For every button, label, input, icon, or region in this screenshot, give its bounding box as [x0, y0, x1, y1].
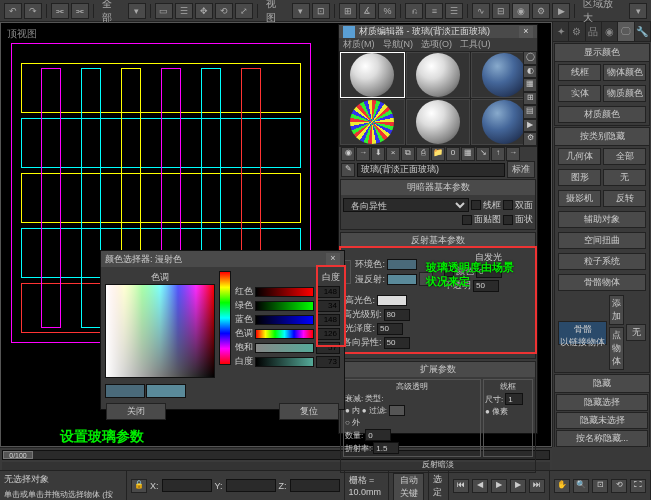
hide-byname[interactable]: 按名称隐藏...	[556, 430, 648, 447]
hierarchy-tab-icon[interactable]: 品	[586, 22, 602, 41]
bone-link-box[interactable]: 骨骼 以链接物体	[558, 321, 607, 345]
pivot-icon[interactable]: ⊡	[312, 3, 330, 19]
hide-particle[interactable]: 粒子系统	[558, 253, 646, 270]
menu-navigate[interactable]: 导航(N)	[383, 38, 414, 51]
zoom-ext-icon[interactable]: ⊡	[592, 479, 608, 493]
shader-dropdown[interactable]: 各向异性	[343, 198, 469, 212]
hide-warp[interactable]: 空间扭曲	[558, 232, 646, 249]
hide-geom[interactable]: 几何体	[558, 148, 601, 165]
hide-all[interactable]: 全部	[603, 148, 646, 165]
facemap-checkbox[interactable]	[462, 215, 472, 225]
sample-type-icon[interactable]: ◯	[523, 51, 537, 65]
rollout-header[interactable]: 显示颜色	[555, 44, 649, 62]
dropdown-icon[interactable]: ▾	[128, 3, 146, 19]
nav-sibling-icon[interactable]: →	[506, 147, 520, 161]
material-editor-titlebar[interactable]: 材质编辑器 - 玻璃(背淡正面玻璃) ×	[339, 25, 537, 38]
background-icon[interactable]: ▦	[523, 78, 537, 92]
z-field[interactable]	[290, 479, 340, 492]
lock-icon[interactable]: 🔒	[131, 479, 147, 493]
hide-bone[interactable]: 骨骼物体	[558, 274, 646, 291]
put-library-icon[interactable]: 📁	[431, 147, 445, 161]
goto-end-icon[interactable]: ⏭	[529, 479, 545, 493]
close-icon[interactable]: ×	[519, 26, 533, 38]
add-button[interactable]: 添加	[609, 295, 624, 325]
preview-icon[interactable]: ▶	[523, 119, 537, 133]
percent-snap-icon[interactable]: %	[378, 3, 396, 19]
undo-icon[interactable]: ↶	[4, 3, 22, 19]
unlink-icon[interactable]: ⫘	[71, 3, 89, 19]
objcolor-button[interactable]: 物体颜色	[603, 64, 646, 81]
material-editor-icon[interactable]: ◉	[512, 3, 530, 19]
rollout-header[interactable]: 隐藏	[555, 375, 649, 393]
nav-parent-icon[interactable]: ↑	[491, 147, 505, 161]
display-tab-icon[interactable]: 🖵	[618, 22, 634, 41]
rollout-header[interactable]: 明暗器基本参数	[341, 180, 535, 195]
red-slider[interactable]	[255, 287, 314, 297]
hide-unsel[interactable]: 隐藏未选择	[556, 412, 648, 429]
hue-slider2[interactable]	[255, 329, 314, 339]
autokey-button[interactable]: 自动关键点	[393, 473, 424, 500]
redo-icon[interactable]: ↷	[24, 3, 42, 19]
modify-tab-icon[interactable]: ⚙	[569, 22, 585, 41]
render-setup-icon[interactable]: ⚙	[532, 3, 550, 19]
show-map-icon[interactable]: ▦	[461, 147, 475, 161]
hide-none[interactable]: 无	[603, 169, 646, 186]
color-field[interactable]	[105, 284, 215, 378]
twoside-checkbox[interactable]	[503, 200, 513, 210]
pick-icon[interactable]: ✎	[341, 163, 355, 177]
reset-button[interactable]: 复位	[279, 403, 339, 420]
hue-slider[interactable]	[219, 271, 231, 365]
material-name-input[interactable]	[357, 163, 505, 177]
rollout-header[interactable]: 扩展参数	[341, 362, 535, 377]
matcolor-button[interactable]: 物质颜色	[603, 85, 646, 102]
layers-icon[interactable]: ☰	[445, 3, 463, 19]
dropdown-icon[interactable]: ▾	[629, 3, 647, 19]
make-unique-icon[interactable]: ⎙	[416, 147, 430, 161]
close-button[interactable]: 关闭	[106, 403, 166, 420]
wireframe-button[interactable]: 线框	[558, 64, 601, 81]
val-value[interactable]	[316, 356, 340, 368]
hide-invert[interactable]: 反转	[603, 190, 646, 207]
rollout-header[interactable]: 按类别隐藏	[555, 128, 649, 146]
copy-icon[interactable]: ⧉	[401, 147, 415, 161]
motion-tab-icon[interactable]: ◉	[602, 22, 618, 41]
dropdown-icon[interactable]: ▾	[292, 3, 310, 19]
goto-start-icon[interactable]: ⏮	[453, 479, 469, 493]
hide-sel[interactable]: 隐藏选择	[556, 394, 648, 411]
material-type-button[interactable]: 标准	[507, 161, 535, 178]
amount-spinner[interactable]	[365, 429, 391, 441]
video-check-icon[interactable]: ▤	[523, 105, 537, 119]
reset-icon[interactable]: ×	[386, 147, 400, 161]
shaded-button[interactable]: 实体	[558, 85, 601, 102]
select-name-icon[interactable]: ☰	[175, 3, 193, 19]
val-slider[interactable]	[255, 357, 314, 367]
zoom-icon[interactable]: 🔍	[573, 479, 589, 493]
ior-spinner[interactable]	[373, 442, 399, 454]
prev-frame-icon[interactable]: ◀	[472, 479, 488, 493]
green-slider[interactable]	[255, 301, 314, 311]
menu-material[interactable]: 材质(M)	[343, 38, 375, 51]
wire-checkbox[interactable]	[471, 200, 481, 210]
menu-options[interactable]: 选项(O)	[421, 38, 452, 51]
rotate-icon[interactable]: ⟲	[215, 3, 233, 19]
coord-dropdown[interactable]: 视图	[262, 0, 290, 25]
faceted-checkbox[interactable]	[503, 215, 513, 225]
menu-tools[interactable]: 工具(U)	[460, 38, 491, 51]
sample-slot[interactable]	[406, 52, 471, 98]
matcolor2-button[interactable]: 材质颜色	[558, 106, 646, 123]
link-icon[interactable]: ⫘	[51, 3, 69, 19]
select-icon[interactable]: ▭	[155, 3, 173, 19]
hide-cam[interactable]: 摄影机	[558, 190, 601, 207]
scale-icon[interactable]: ⤢	[235, 3, 253, 19]
close-icon[interactable]: ×	[326, 253, 340, 265]
effects-icon[interactable]: 0	[446, 147, 460, 161]
sample-slot[interactable]	[406, 99, 471, 145]
orbit-icon[interactable]: ⟲	[611, 479, 627, 493]
options-icon[interactable]: ⚙	[523, 132, 537, 146]
uv-tile-icon[interactable]: ⊞	[523, 92, 537, 106]
get-material-icon[interactable]: ◉	[341, 147, 355, 161]
snap-icon[interactable]: ⊞	[339, 3, 357, 19]
filter-swatch[interactable]	[389, 405, 405, 416]
x-field[interactable]	[162, 479, 212, 492]
hide-helper[interactable]: 辅助对象	[558, 211, 646, 228]
